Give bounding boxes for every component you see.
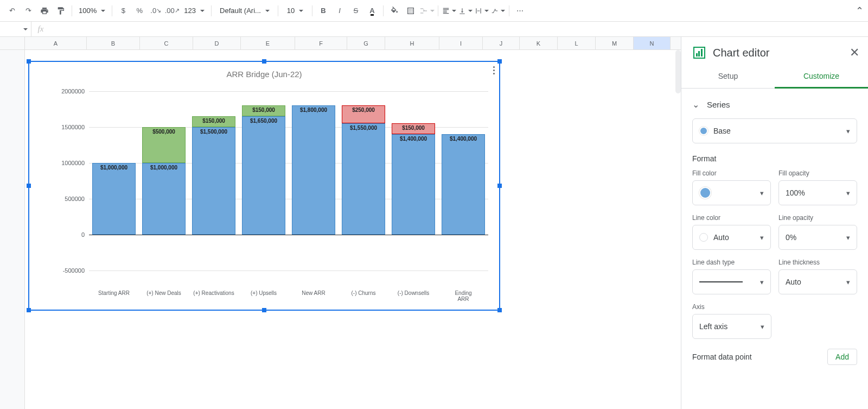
fill-color-label: Fill color <box>692 169 771 177</box>
col-header-M[interactable]: M <box>596 37 634 49</box>
name-box[interactable] <box>0 22 31 36</box>
format-data-point-label: Format data point <box>692 353 752 361</box>
col-header-F[interactable]: F <box>295 37 347 49</box>
fill-color-dropdown[interactable]: ▾ <box>692 180 771 205</box>
row-headers <box>0 50 25 409</box>
col-header-E[interactable]: E <box>241 37 295 49</box>
resize-handle[interactable] <box>497 308 502 312</box>
x-tick-label: (+) Upsells <box>251 290 277 296</box>
series-select[interactable]: Base ▾ <box>692 118 857 143</box>
bar-label: $500,000 <box>139 129 189 135</box>
x-tick-label: (+) New Deals <box>146 290 181 296</box>
number-format-dropdown[interactable]: 123 <box>181 3 208 18</box>
formula-input[interactable] <box>50 22 868 36</box>
y-tick-label: 2000000 <box>46 88 85 95</box>
axis-dropdown[interactable]: Left axis ▾ <box>692 314 771 339</box>
col-header-A[interactable]: A <box>25 37 87 49</box>
valign-button[interactable] <box>458 3 473 18</box>
line-opacity-dropdown[interactable]: 0% ▾ <box>778 225 857 250</box>
tab-customize[interactable]: Customize <box>775 66 868 89</box>
select-all-corner[interactable] <box>0 37 25 49</box>
resize-handle[interactable] <box>27 184 31 188</box>
print-icon[interactable] <box>37 3 52 18</box>
halign-button[interactable] <box>442 3 457 18</box>
dec-increase-button[interactable]: .00↗ <box>164 3 180 18</box>
bar-label: $1,000,000 <box>139 165 189 171</box>
chevron-down-icon: ▾ <box>846 278 850 286</box>
bar-label: $1,400,000 <box>438 136 488 142</box>
col-header-B[interactable]: B <box>87 37 140 49</box>
resize-handle[interactable] <box>497 59 502 64</box>
collapse-toolbar-icon[interactable]: ⌃ <box>856 5 864 17</box>
resize-handle[interactable] <box>262 308 266 312</box>
chart-menu-icon[interactable] <box>493 66 495 74</box>
embedded-chart[interactable]: ARR Bridge (Jun-22) -5000000500000100000… <box>28 61 500 311</box>
chevron-down-icon: ▾ <box>761 323 764 331</box>
fill-color-button[interactable] <box>387 3 402 18</box>
dec-decrease-button[interactable]: .0↘ <box>148 3 163 18</box>
chevron-down-icon: ▾ <box>846 127 850 135</box>
y-tick-label: -500000 <box>46 267 85 274</box>
text-color-button[interactable]: A <box>365 3 380 18</box>
x-tick-label: Starting ARR <box>98 290 130 296</box>
col-header-I[interactable]: I <box>439 37 483 49</box>
percent-button[interactable]: % <box>132 3 147 18</box>
line-opacity-label: Line opacity <box>778 214 857 222</box>
line-dash-label: Line dash type <box>692 259 771 266</box>
col-header-L[interactable]: L <box>558 37 596 49</box>
chevron-down-icon: ▾ <box>760 278 764 286</box>
scrollbar-vertical[interactable] <box>675 50 681 93</box>
line-color-dropdown[interactable]: Auto ▾ <box>692 225 771 250</box>
series-accordion[interactable]: ⌄ Series <box>692 96 857 118</box>
col-header-C[interactable]: C <box>140 37 193 49</box>
borders-button[interactable] <box>403 3 418 18</box>
col-header-H[interactable]: H <box>385 37 439 49</box>
rotate-button[interactable] <box>490 3 506 18</box>
chart-editor-sidebar: Chart editor ✕ Setup Customize ⌄ Series … <box>681 37 868 409</box>
line-thickness-dropdown[interactable]: Auto ▾ <box>778 269 857 294</box>
bar-label: $1,500,000 <box>189 129 239 135</box>
bold-button[interactable]: B <box>316 3 331 18</box>
line-thickness-label: Line thickness <box>778 259 857 266</box>
col-header-J[interactable]: J <box>483 37 520 49</box>
resize-handle[interactable] <box>27 308 31 312</box>
bar-label: $150,000 <box>189 118 239 124</box>
line-dash-dropdown[interactable]: ▾ <box>692 269 771 294</box>
zoom-dropdown[interactable]: 100% <box>75 3 108 18</box>
col-header-D[interactable]: D <box>193 37 241 49</box>
sheet-area: ABCDEFGHIJKLMN ARR Bridge (Jun-22) <box>0 37 681 409</box>
strike-button[interactable]: S <box>348 3 363 18</box>
undo-icon[interactable]: ↶ <box>4 3 20 18</box>
italic-button[interactable]: I <box>332 3 347 18</box>
resize-handle[interactable] <box>27 59 31 64</box>
font-size-dropdown[interactable]: 10 <box>282 3 309 18</box>
wrap-button[interactable] <box>474 3 489 18</box>
fill-opacity-label: Fill opacity <box>778 169 857 177</box>
formula-bar: fx <box>0 22 868 37</box>
x-tick-label: (-) Churns <box>351 290 375 296</box>
merge-button[interactable] <box>419 3 435 18</box>
font-family-dropdown[interactable]: Default (Ari... <box>215 3 275 18</box>
col-header-G[interactable]: G <box>347 37 385 49</box>
resize-handle[interactable] <box>262 59 266 64</box>
resize-handle[interactable] <box>497 184 502 188</box>
add-button[interactable]: Add <box>827 349 857 365</box>
tab-setup[interactable]: Setup <box>681 66 775 88</box>
currency-button[interactable]: $ <box>116 3 131 18</box>
redo-icon[interactable]: ↷ <box>21 3 36 18</box>
chevron-down-icon: ▾ <box>846 234 850 242</box>
plot-area: -5000000500000100000015000002000000$1,00… <box>89 91 488 270</box>
y-tick-label: 0 <box>46 231 85 238</box>
color-swatch-icon <box>699 187 711 199</box>
bar-label: $1,000,000 <box>89 165 139 171</box>
close-icon[interactable]: ✕ <box>850 46 859 60</box>
fill-opacity-dropdown[interactable]: 100% ▾ <box>778 180 857 205</box>
paint-format-icon[interactable] <box>53 3 68 18</box>
column-headers: ABCDEFGHIJKLMN <box>0 37 681 50</box>
grid-body[interactable]: ARR Bridge (Jun-22) -5000000500000100000… <box>25 50 681 409</box>
more-icon[interactable]: ⋯ <box>513 3 528 18</box>
y-tick-label: 1500000 <box>46 124 85 130</box>
chevron-down-icon: ▾ <box>760 234 764 242</box>
col-header-K[interactable]: K <box>520 37 558 49</box>
col-header-N[interactable]: N <box>634 37 671 49</box>
